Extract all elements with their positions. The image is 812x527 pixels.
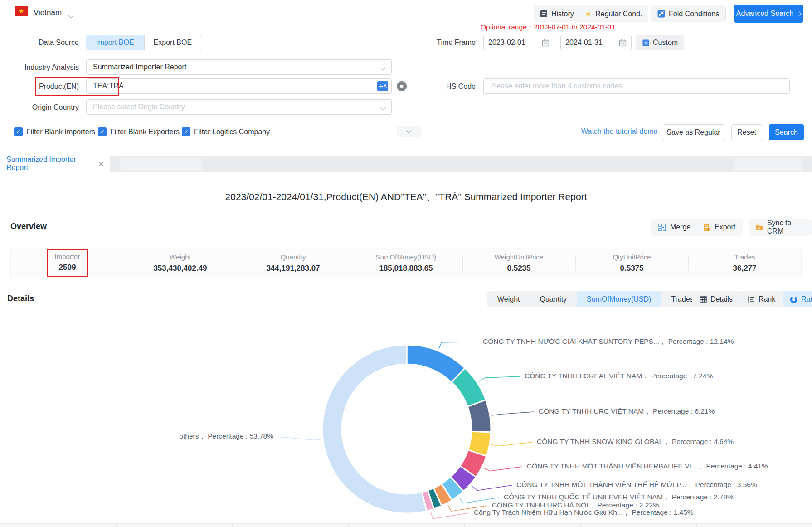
checkbox-checked-icon[interactable]: ✓ — [182, 127, 190, 136]
country-selector-label[interactable]: Vietnam — [34, 8, 62, 17]
regular-cond-button[interactable]: ★ Regular Cond. — [579, 5, 648, 22]
leader-line — [491, 442, 532, 446]
fold-conditions-button[interactable]: Fold Conditions — [651, 5, 725, 22]
hs-code-input[interactable] — [483, 78, 790, 94]
merge-button[interactable]: Merge — [651, 219, 698, 236]
leader-line — [472, 485, 512, 490]
view-details-button[interactable]: Details — [692, 291, 740, 307]
donut-slice[interactable]: others — [322, 345, 427, 513]
hs-code-label: HS Code — [408, 83, 476, 91]
stat-sum-of-money: SumOfMoney(USD) 185,018,883.65 — [350, 248, 462, 278]
slice-label: CÔNG TY TNHH URC VIỆT NAM， Percentage : … — [539, 407, 715, 415]
origin-country-select[interactable]: Please select Origin Country — [86, 99, 392, 115]
industry-analysis-select[interactable]: Summarized Importer Report — [86, 59, 392, 75]
import-boe-tab[interactable]: Import BOE — [86, 35, 144, 50]
fold-icon — [657, 10, 665, 18]
metric-tab-group: Weight Quantity SumOfMoney(USD) Trades — [487, 291, 704, 307]
export-button[interactable]: Export — [695, 219, 743, 236]
slice-label: CÔNG TY TNHH MỘT THÀNH VIÊN HERBALIFE VI… — [527, 462, 768, 470]
leader-line — [484, 467, 522, 471]
leader-line — [278, 437, 321, 440]
leader-line — [439, 342, 478, 349]
ghost-shape — [120, 158, 202, 171]
slice-label: Công Ty Trách Nhiệm Hữu Hạn Nước Giải Kh… — [474, 508, 694, 516]
industry-analysis-label: Industry Analysis — [11, 63, 79, 72]
star-icon: ★ — [585, 9, 592, 19]
top-bar: ★ Vietnam History ★ Regular Cond. Fold C… — [0, 0, 812, 27]
slice-label: CÔNG TY TNHH MỘT THÀNH VIÊN THẾ HỆ MỚI P… — [516, 481, 757, 488]
checkbox-checked-icon[interactable]: ✓ — [98, 127, 107, 136]
advanced-search-button[interactable]: Advanced Search — [734, 5, 803, 23]
importer-highlight-box: Importer 2509 — [47, 249, 88, 277]
calendar-icon — [619, 39, 627, 47]
overview-stats-card: Importer 2509 Weight 353,430,402.49 Quan… — [10, 248, 802, 278]
donut-slice[interactable]: CÔNG TY TNHH URC VIỆT NAM — [467, 400, 491, 432]
overview-heading: Overview — [10, 222, 47, 231]
date-to-field[interactable]: 2024-01-31 — [560, 35, 632, 50]
origin-country-label: Origin Country — [11, 103, 79, 112]
donut-chart-icon — [790, 296, 797, 303]
chevron-right-icon — [796, 11, 801, 16]
save-as-regular-button[interactable]: Save as Regular — [663, 124, 724, 140]
stat-weight: Weight 353,430,402.49 — [124, 248, 237, 278]
slice-label: CÔNG TY TNHH LOREAL VIỆT NAM， Percentage… — [525, 372, 713, 380]
sync-crm-icon — [756, 224, 763, 231]
reset-button[interactable]: Reset — [731, 124, 762, 140]
table-header-cutoff — [0, 523, 812, 527]
stat-qty-unit-price: QtyUnitPrice 0.5375 — [575, 248, 688, 278]
chevron-down-icon — [380, 105, 386, 111]
product-en-input[interactable] — [86, 78, 392, 94]
tutorial-demo-link[interactable]: Watch the tutorial demo — [581, 127, 657, 136]
stat-quantity: Quantity 344,191,283.07 — [237, 248, 350, 278]
optional-range-note: Optional range：2013-07-01 to 2024-01-31 — [481, 23, 615, 32]
close-icon[interactable]: × — [98, 159, 104, 168]
view-rank-button[interactable]: Rank — [740, 291, 783, 307]
table-icon — [700, 296, 707, 303]
topbar-divider — [725, 8, 726, 20]
chevron-down-icon[interactable] — [68, 12, 74, 18]
tab-summarized-importer-report[interactable]: Summarized Importer Report × — [0, 156, 110, 172]
date-from-field[interactable]: 2023-02-01 — [483, 35, 554, 50]
custom-icon — [642, 39, 649, 46]
translate-icon[interactable]: 中A — [377, 81, 388, 91]
stat-importer: Importer 2509 — [11, 248, 124, 278]
expand-conditions-button[interactable] — [397, 126, 421, 137]
ghost-shape — [734, 158, 802, 171]
data-source-toggle: Import BOE Export BOE — [86, 35, 201, 50]
merge-icon — [658, 224, 666, 231]
leader-line — [431, 512, 469, 518]
tab-sum-of-money[interactable]: SumOfMoney(USD) — [577, 291, 661, 307]
search-button[interactable]: Search — [769, 124, 804, 140]
slice-label: CÔNG TY TNHH NƯỚC GIẢI KHÁT SUNTORY PEPS… — [483, 337, 734, 345]
sync-to-crm-button[interactable]: Sync to CRM — [749, 219, 812, 236]
stat-weight-unit-price: WeightUnitPrice 0.5235 — [462, 248, 575, 278]
time-frame-label: Time Frame — [408, 39, 476, 47]
slice-label: CÔNG TY TNHH QUỐC TẾ UNILEVER VIỆT NAM， … — [504, 493, 734, 501]
vietnam-flag-icon: ★ — [15, 6, 28, 16]
checkbox-checked-icon[interactable]: ✓ — [14, 127, 23, 136]
history-icon — [540, 10, 548, 18]
custom-range-button[interactable]: Custom — [636, 35, 684, 50]
leader-line — [492, 412, 534, 415]
slice-label: CÔNG TY TNHH SNOW KING GLOBAL， Percentag… — [537, 438, 734, 445]
report-title: 2023/02/01-2024/01/31,Product(EN) AND"TE… — [0, 190, 812, 203]
stat-trades: Trades 36,277 — [688, 248, 801, 278]
chevron-down-icon — [380, 65, 386, 71]
product-en-label: Product(EN) — [11, 83, 79, 91]
export-icon — [703, 224, 710, 231]
history-button[interactable]: History — [534, 5, 580, 22]
view-ratio-button[interactable]: Ratio — [783, 291, 812, 307]
data-source-label: Data Source — [11, 39, 79, 47]
donut-chart[interactable]: CÔNG TY TNHH NƯỚC GIẢI KHÁT SUNTORY PEPS… — [0, 317, 812, 524]
export-boe-tab[interactable]: Export BOE — [144, 35, 201, 50]
slice-label: others， Percentage : 53.78% — [179, 432, 273, 440]
details-heading: Details — [7, 294, 34, 303]
leader-line — [479, 376, 520, 382]
view-tab-group: Details Rank Ratio — [692, 291, 812, 307]
calendar-icon — [542, 39, 549, 47]
rank-icon — [748, 296, 755, 303]
slice-label: CÔNG TY TNHH URC HÀ NỘI， Percentage : 2.… — [492, 501, 659, 509]
tab-quantity[interactable]: Quantity — [530, 291, 577, 307]
fuzzy-match-icon[interactable]: ≡ — [397, 81, 407, 91]
tab-weight[interactable]: Weight — [487, 291, 530, 307]
